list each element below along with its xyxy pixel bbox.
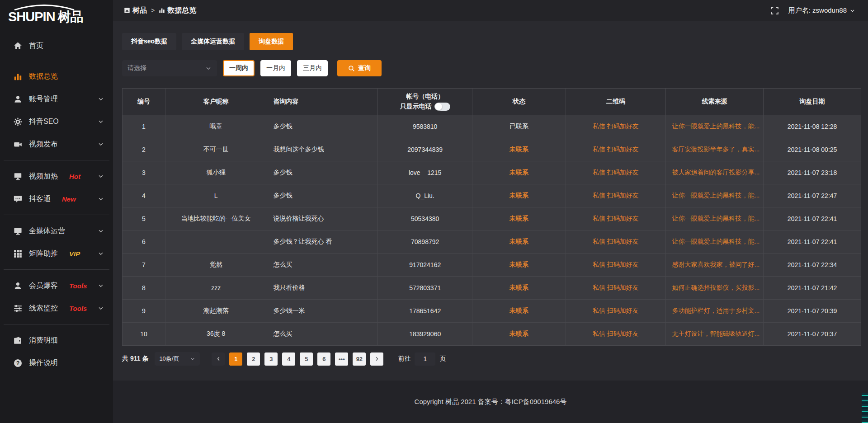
grid-icon — [14, 249, 22, 258]
user-menu[interactable]: 用户名: zswodun88 — [788, 6, 855, 15]
sidebar-item-label: 矩阵助推 — [29, 249, 58, 258]
goto-page-input[interactable] — [415, 352, 435, 366]
chevron-down-icon — [98, 250, 104, 257]
breadcrumb-item-brand[interactable]: 树品 — [124, 6, 147, 15]
sidebar-item-consumption-detail[interactable]: 消费明细 — [0, 329, 113, 352]
fullscreen-icon[interactable] — [771, 7, 778, 14]
phone-only-toggle[interactable] — [434, 103, 450, 111]
filter-select[interactable]: 请选择 — [122, 60, 217, 76]
sidebar-item-label: 数据总览 — [29, 72, 58, 81]
cell-qrcode-link[interactable]: 私信 扫码加好友 — [566, 300, 666, 322]
sidebar-item-doukutong[interactable]: 抖客通 New — [0, 188, 113, 210]
table-row: 2 不可一世 我想问这个多少钱 2097344839 未联系 私信 扫码加好友 … — [123, 138, 861, 161]
cell-qrcode-link[interactable]: 私信 扫码加好友 — [566, 138, 666, 161]
page-button-3[interactable]: 3 — [264, 352, 278, 366]
sidebar-item-data-overview[interactable]: 数据总览 — [0, 65, 113, 88]
col-header-status: 状态 — [472, 89, 566, 115]
sidebar-item-douyin-seo[interactable]: 抖音SEO — [0, 110, 113, 133]
sidebar-item-member-burst[interactable]: 会员爆客 Tools — [0, 274, 113, 297]
cell-qrcode-link[interactable]: 私信 扫码加好友 — [566, 254, 666, 276]
topbar: 树品 > 数据总览 用户名: zswodun88 — [113, 0, 868, 21]
sidebar-item-video-publish[interactable]: 视频发布 — [0, 133, 113, 155]
cell-qrcode-link[interactable]: 私信 扫码加好友 — [566, 161, 666, 184]
cell-source-link[interactable]: 让你一眼就爱上的黑科技，能... — [666, 207, 764, 230]
page-ellipsis-button[interactable]: ••• — [335, 352, 348, 366]
chevron-down-icon — [98, 282, 104, 289]
prev-page-button[interactable] — [212, 352, 225, 366]
chevron-down-icon — [98, 118, 104, 125]
page-button-4[interactable]: 4 — [282, 352, 295, 366]
search-icon — [348, 65, 355, 72]
table-row: 1 哦章 多少钱 9583810 已联系 私信 扫码加好友 让你一眼就爱上的黑科… — [123, 115, 861, 138]
sidebar-item-matrix-boost[interactable]: 矩阵助推 VIP — [0, 242, 113, 265]
tab-omnimedia-data[interactable]: 全媒体运营数据 — [182, 33, 244, 50]
cell-content: 我只看价格 — [267, 277, 378, 299]
page-button-2[interactable]: 2 — [247, 352, 260, 366]
content: 抖音seo数据 全媒体运营数据 询盘数据 请选择 一周内 一月内 三月内 查询 — [113, 21, 868, 381]
tab-inquiry-data[interactable]: 询盘数据 — [250, 33, 293, 50]
app: SHUPIN 树品 首页 数据总览 账号管理 抖音SEO — [0, 0, 868, 423]
breadcrumb: 树品 > 数据总览 — [124, 6, 196, 15]
cell-id: 1 — [123, 115, 165, 138]
col-header-date: 询盘日期 — [764, 89, 861, 115]
page-button-last[interactable]: 92 — [353, 352, 366, 366]
cell-id: 8 — [123, 277, 165, 299]
table-row: 8 zzz 我只看价格 572803371 未联系 私信 扫码加好友 如何正确选… — [123, 276, 861, 299]
cell-source-link[interactable]: 被大家追着问的客厅投影分享... — [666, 161, 764, 184]
cell-qrcode-link[interactable]: 私信 扫码加好友 — [566, 277, 666, 299]
cell-id: 9 — [123, 300, 165, 322]
cell-status: 未联系 — [472, 184, 566, 207]
cell-source-link[interactable]: 让你一眼就爱上的黑科技，能... — [666, 230, 764, 253]
sidebar-item-video-heat[interactable]: 视频加热 Hot — [0, 165, 113, 188]
sidebar-item-instructions[interactable]: ? 操作说明 — [0, 352, 113, 374]
monitor-icon — [14, 227, 22, 235]
cell-source-link[interactable]: 让你一眼就爱上的黑科技，能... — [666, 184, 764, 207]
copyright-text: Copyright 树品 2021 备案号：粤ICP备09019646号 — [415, 398, 567, 406]
chevron-down-icon — [205, 65, 212, 71]
page-button-5[interactable]: 5 — [300, 352, 313, 366]
page-button-1[interactable]: 1 — [229, 352, 242, 366]
cell-source-link[interactable]: 多功能护栏灯，适用于乡村文... — [666, 300, 764, 322]
sidebar-divider — [4, 324, 109, 324]
cell-qrcode-link[interactable]: 私信 扫码加好友 — [566, 207, 666, 230]
hot-tag: Hot — [69, 173, 80, 180]
cell-content: 怎么买 — [267, 254, 378, 276]
cell-source-link[interactable]: 如何正确选择投影仪，买投影... — [666, 277, 764, 299]
table-row: 5 当地比较能吃的一位美女 说说价格让我死心 50534380 未联系 私信 扫… — [123, 207, 861, 230]
page-button-6[interactable]: 6 — [317, 352, 330, 366]
cell-qrcode-link[interactable]: 私信 扫码加好友 — [566, 230, 666, 253]
cell-source-link[interactable]: 客厅安装投影半年多了，真实... — [666, 138, 764, 161]
next-page-button[interactable] — [370, 352, 383, 366]
cell-source-link[interactable]: 感谢大家喜欢我家，被问了好... — [666, 254, 764, 276]
cell-source-link[interactable]: 让你一眼就爱上的黑科技，能... — [666, 115, 764, 138]
sidebar-item-label: 视频发布 — [29, 140, 58, 149]
range-month-button[interactable]: 一月内 — [260, 60, 291, 76]
range-week-button[interactable]: 一周内 — [223, 60, 255, 76]
col-header-nickname: 客户昵称 — [165, 89, 267, 115]
search-button[interactable]: 查询 — [337, 60, 382, 76]
breadcrumb-label: 树品 — [132, 6, 147, 15]
cell-source-link[interactable]: 无主灯设计，智能磁吸轨道灯... — [666, 323, 764, 345]
cell-qrcode-link[interactable]: 私信 扫码加好友 — [566, 323, 666, 345]
cell-account: 70898792 — [378, 230, 472, 253]
goto-label: 前往 — [398, 355, 410, 363]
range-quarter-button[interactable]: 三月内 — [297, 60, 328, 76]
bar-chart-icon — [159, 7, 165, 14]
cell-id: 5 — [123, 207, 165, 230]
sidebar-item-account-mgmt[interactable]: 账号管理 — [0, 88, 113, 110]
question-icon: ? — [14, 359, 22, 367]
cell-qrcode-link[interactable]: 私信 扫码加好友 — [566, 115, 666, 138]
chevron-down-icon — [98, 228, 104, 234]
sidebar-item-home[interactable]: 首页 — [0, 34, 113, 57]
tab-douyin-seo-data[interactable]: 抖音seo数据 — [122, 33, 176, 50]
cell-date: 2021-11-07 20:39 — [764, 300, 861, 322]
sidebar-item-lead-monitor[interactable]: 线索监控 Tools — [0, 297, 113, 320]
video-icon — [14, 140, 22, 149]
svg-text:?: ? — [16, 360, 20, 366]
member-icon — [14, 282, 22, 290]
sidebar-item-omnimedia[interactable]: 全媒体运营 — [0, 220, 113, 242]
cell-nickname: L — [165, 184, 267, 207]
breadcrumb-item-data-overview[interactable]: 数据总览 — [159, 6, 196, 15]
page-size-select[interactable]: 10条/页 — [155, 352, 200, 366]
cell-qrcode-link[interactable]: 私信 扫码加好友 — [566, 184, 666, 207]
